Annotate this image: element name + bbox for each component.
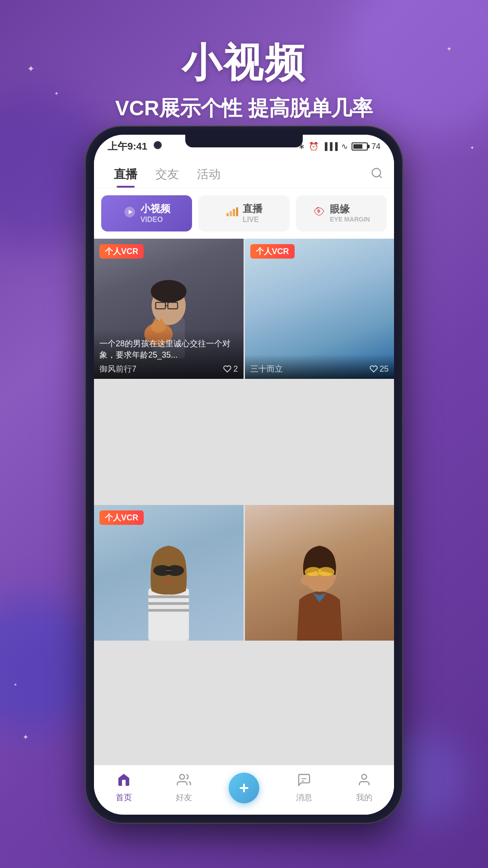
video-meta-1: 御风前行7 2 <box>99 363 238 374</box>
video-likes-1: 2 <box>223 364 238 374</box>
phone-mockup: 上午9:41 ∗ ⏰ ▐▐▐ ∿ 74 直播 <box>86 127 402 823</box>
phone-camera <box>154 141 162 149</box>
status-icons: ∗ ⏰ ▐▐▐ ∿ 74 <box>298 142 380 151</box>
phone-notch <box>185 135 303 147</box>
svg-rect-7 <box>236 207 238 216</box>
cat-live[interactable]: 直播 LIVE <box>198 195 289 231</box>
screen-content: 上午9:41 ∗ ⏰ ▐▐▐ ∿ 74 直播 <box>94 135 394 815</box>
search-icon[interactable] <box>371 167 383 183</box>
battery-icon <box>352 142 368 151</box>
signal-icon: ▐▐▐ <box>322 142 338 151</box>
video-grid: 个人VCR 一个28的男孩在这里诚心交往一个对象，要求年龄25_35... 御风… <box>94 239 394 765</box>
status-time: 上午9:41 <box>108 140 147 153</box>
nav-home[interactable]: 首页 <box>94 773 154 803</box>
page-header: 小视频 VCR展示个性 提高脱单几率 <box>0 36 488 123</box>
video-info-1: 一个28的男孩在这里诚心交往一个对象，要求年龄25_35... 御风前行7 2 <box>94 329 244 379</box>
svg-rect-4 <box>226 213 229 216</box>
video-card-1[interactable]: 个人VCR 一个28的男孩在这里诚心交往一个对象，要求年龄25_35... 御风… <box>94 239 244 379</box>
profile-icon <box>357 773 371 790</box>
category-row: 小视频 VIDEO <box>94 188 394 239</box>
battery-label: 74 <box>371 142 380 151</box>
home-icon <box>117 773 131 790</box>
cat-video-text: 小视频 VIDEO <box>141 203 170 224</box>
video-user-2: 三十而立 <box>250 363 283 374</box>
svg-rect-6 <box>233 209 235 216</box>
svg-point-32 <box>180 774 185 779</box>
nav-messages-label: 消息 <box>296 792 312 803</box>
video-card-3[interactable]: 个人VCR <box>94 505 244 641</box>
video-info-2: 三十而立 25 <box>245 354 394 379</box>
bottom-nav: 首页 好友 <box>94 765 394 815</box>
nav-friends[interactable]: 好友 <box>154 773 214 803</box>
cat-eyemargin[interactable]: 眼缘 EYE MARGIN <box>296 195 387 231</box>
video-title-1: 一个28的男孩在这里诚心交往一个对象，要求年龄25_35... <box>99 338 238 361</box>
message-icon <box>297 773 311 790</box>
vcr-badge-2: 个人VCR <box>250 244 295 259</box>
svg-line-1 <box>379 175 381 178</box>
live-cat-icon <box>225 206 238 222</box>
svg-point-37 <box>361 774 366 779</box>
phone-screen: 上午9:41 ∗ ⏰ ▐▐▐ ∿ 74 直播 <box>94 135 394 815</box>
tab-live[interactable]: 直播 <box>105 162 146 188</box>
video-card-2[interactable]: 个人VCR 三十而立 25 <box>245 239 394 379</box>
vcr-badge-1: 个人VCR <box>99 244 144 259</box>
friends-icon <box>177 773 191 790</box>
nav-tabs: 直播 交友 活动 <box>94 158 394 188</box>
eye-cat-icon <box>313 206 325 222</box>
add-button[interactable] <box>229 773 259 803</box>
svg-rect-5 <box>230 211 232 216</box>
nav-add[interactable] <box>214 773 274 803</box>
svg-point-31 <box>300 576 313 585</box>
alarm-icon: ⏰ <box>309 142 319 151</box>
nav-messages[interactable]: 消息 <box>274 773 334 803</box>
svg-point-0 <box>372 169 381 177</box>
tab-events[interactable]: 活动 <box>188 162 230 188</box>
nav-friends-label: 好友 <box>176 792 192 803</box>
cat-live-text: 直播 LIVE <box>243 203 263 224</box>
nav-home-label: 首页 <box>116 792 132 803</box>
svg-point-10 <box>151 280 187 302</box>
phone-outer: 上午9:41 ∗ ⏰ ▐▐▐ ∿ 74 直播 <box>86 127 402 823</box>
video-cat-icon <box>123 206 136 222</box>
video-card-4[interactable] <box>245 505 394 641</box>
svg-rect-20 <box>148 595 189 598</box>
video-likes-2: 25 <box>370 364 389 374</box>
wifi-icon: ∿ <box>341 142 348 151</box>
tab-friends[interactable]: 交友 <box>146 162 188 188</box>
video-user-1: 御风前行7 <box>99 363 136 374</box>
nav-profile-label: 我的 <box>356 792 372 803</box>
cat-eye-text: 眼缘 EYE MARGIN <box>330 203 370 223</box>
page-title: 小视频 <box>0 36 488 90</box>
vcr-badge-3: 个人VCR <box>99 510 144 525</box>
svg-rect-21 <box>148 602 189 605</box>
nav-profile[interactable]: 我的 <box>334 773 394 803</box>
cat-video[interactable]: 小视频 VIDEO <box>101 195 192 231</box>
svg-rect-22 <box>148 609 189 612</box>
page-subtitle: VCR展示个性 提高脱单几率 <box>0 94 488 123</box>
video-meta-2: 三十而立 25 <box>250 363 389 374</box>
